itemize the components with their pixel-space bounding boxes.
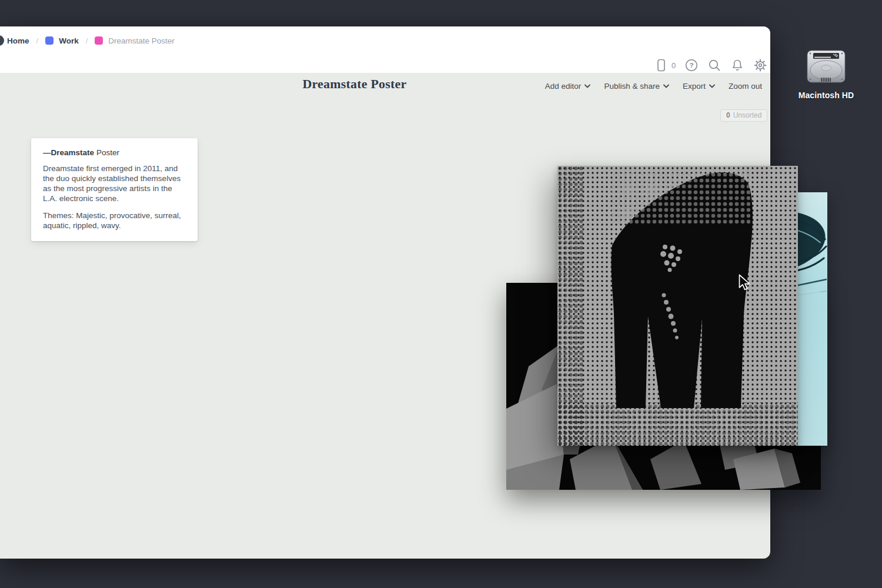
breadcrumb-work[interactable]: Work <box>59 36 79 45</box>
hard-drive-icon <box>806 48 847 85</box>
svg-text:?: ? <box>690 62 694 69</box>
toolbar: Add editor Publish & share Export Zoom o… <box>545 82 762 91</box>
note-card-paragraph: Themes: Majestic, provocative, surreal, … <box>43 211 186 230</box>
publish-share-label: Publish & share <box>604 82 660 91</box>
note-title-rest: Poster <box>96 148 119 157</box>
breadcrumb-home[interactable]: Home <box>7 36 29 45</box>
mouse-cursor <box>739 274 753 294</box>
help-icon[interactable]: ? <box>684 58 699 72</box>
macintosh-hd-desktop-icon[interactable]: Macintosh HD <box>788 48 864 100</box>
zoom-out-label: Zoom out <box>729 82 762 91</box>
unsorted-label: Unsorted <box>733 111 762 119</box>
halftone-poster-image[interactable] <box>557 166 798 446</box>
add-editor-label: Add editor <box>545 82 582 91</box>
add-editor-button[interactable]: Add editor <box>545 82 591 91</box>
unsorted-count: 0 <box>726 111 730 119</box>
chevron-down-icon <box>709 84 715 88</box>
window-header: Home / Work / Dreamstate Poster 0 ? <box>0 26 770 74</box>
breadcrumb-separator: / <box>35 36 41 45</box>
breadcrumb-current[interactable]: Dreamstate Poster <box>108 36 175 45</box>
notifications-bell-icon[interactable] <box>730 58 744 72</box>
note-title-bold: —Dreamstate <box>43 148 94 157</box>
export-label: Export <box>683 82 706 91</box>
search-icon[interactable] <box>707 58 721 72</box>
breadcrumb-separator: / <box>84 36 90 45</box>
chevron-down-icon <box>663 84 669 88</box>
drive-label: Macintosh HD <box>788 91 864 100</box>
publish-share-button[interactable]: Publish & share <box>604 82 669 91</box>
work-board-icon[interactable] <box>45 36 54 45</box>
breadcrumb: Home / Work / Dreamstate Poster <box>7 34 175 47</box>
header-icon-strip: 0 ? <box>654 58 767 72</box>
chevron-down-icon <box>584 84 590 88</box>
note-card-paragraph: Dreamstate first emerged in 2011, and th… <box>43 163 186 203</box>
note-card[interactable]: —DreamstatePoster Dreamstate first emerg… <box>31 138 198 241</box>
settings-gear-icon[interactable] <box>753 58 767 72</box>
dreamstate-board-icon[interactable] <box>95 36 103 45</box>
zoom-out-button[interactable]: Zoom out <box>729 82 762 91</box>
unsorted-badge[interactable]: 0 Unsorted <box>720 109 767 122</box>
export-button[interactable]: Export <box>683 82 715 91</box>
account-circle-icon[interactable] <box>0 35 4 46</box>
device-count: 0 <box>671 61 676 70</box>
device-preview-icon[interactable] <box>654 58 668 72</box>
note-card-title: —DreamstatePoster <box>43 148 186 157</box>
